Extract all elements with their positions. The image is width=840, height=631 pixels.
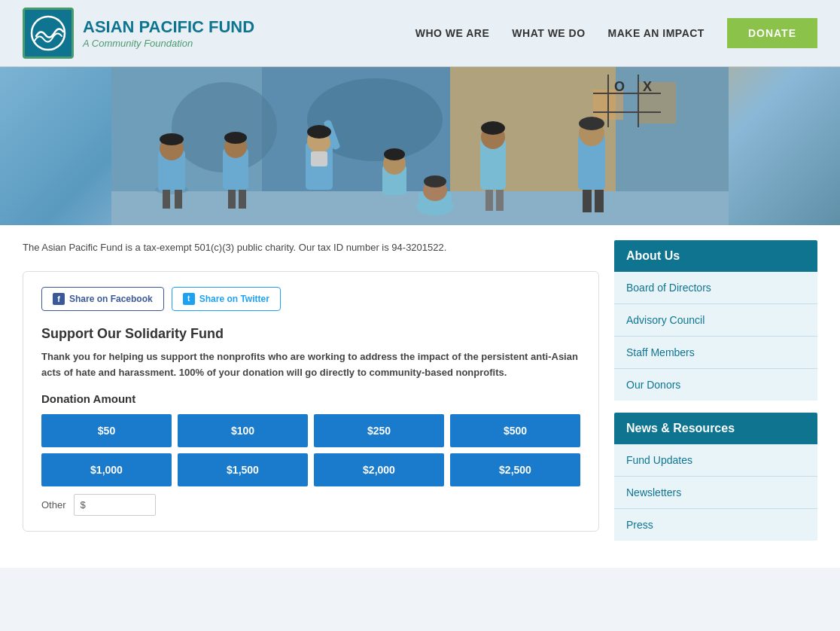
donate-button[interactable]: DONATE	[727, 18, 817, 48]
about-us-section: About Us Board of Directors Advisory Cou…	[614, 240, 817, 401]
nav-area: WHO WE ARE WHAT WE DO MAKE AN IMPACT DON…	[415, 18, 817, 48]
amount-500[interactable]: $500	[450, 414, 580, 447]
amount-grid: $50 $100 $250 $500 $1,000 $1,500 $2,000 …	[41, 414, 580, 486]
amount-1500[interactable]: $1,500	[178, 453, 308, 486]
svg-point-34	[307, 125, 331, 139]
sidebar-our-donors[interactable]: Our Donors	[614, 369, 817, 401]
logo-wave-icon	[29, 14, 68, 53]
sidebar-newsletters[interactable]: Newsletters	[614, 477, 817, 509]
svg-point-29	[224, 132, 247, 144]
amount-2500[interactable]: $2,500	[450, 453, 580, 486]
logo-box	[23, 8, 74, 59]
amount-50[interactable]: $50	[41, 414, 172, 447]
donation-amount-label: Donation Amount	[41, 392, 580, 405]
nav-who-we-are[interactable]: WHO WE ARE	[415, 27, 490, 39]
share-twitter-button[interactable]: t Share on Twitter	[172, 287, 281, 311]
amount-2000[interactable]: $2,000	[314, 453, 444, 486]
main-content: The Asian Pacific Fund is a tax-exempt 5…	[0, 225, 840, 568]
news-resources-header: News & Resources	[614, 413, 817, 444]
share-row: f Share on Facebook t Share on Twitter	[41, 287, 580, 311]
dollar-sign: $	[81, 499, 86, 511]
svg-point-0	[32, 17, 65, 50]
svg-rect-48	[595, 190, 604, 212]
other-amount-input[interactable]	[89, 499, 149, 511]
logo-subtitle: A Community Foundation	[83, 38, 254, 49]
tax-info-text: The Asian Pacific Fund is a tax-exempt 5…	[23, 240, 599, 256]
svg-point-41	[481, 121, 505, 135]
svg-text:O: O	[614, 79, 625, 94]
fund-title: Support Our Solidarity Fund	[41, 326, 580, 342]
amount-100[interactable]: $100	[178, 414, 308, 447]
other-input-wrap: $	[74, 494, 156, 516]
svg-point-38	[384, 148, 405, 160]
about-us-header: About Us	[614, 240, 817, 272]
svg-rect-22	[163, 190, 170, 209]
logo-area: ASIAN PACIFIC FUND A Community Foundatio…	[23, 8, 254, 59]
svg-point-24	[160, 133, 184, 145]
sidebar-fund-updates[interactable]: Fund Updates	[614, 444, 817, 477]
left-column: The Asian Pacific Fund is a tax-exempt 5…	[23, 240, 599, 553]
fund-description: Thank you for helping us support the non…	[41, 349, 580, 381]
sidebar-advisory-council[interactable]: Advisory Council	[614, 304, 817, 337]
sidebar-press[interactable]: Press	[614, 509, 817, 541]
sidebar-board-directors[interactable]: Board of Directors	[614, 272, 817, 304]
svg-rect-23	[175, 190, 182, 209]
facebook-label: Share on Facebook	[69, 294, 153, 304]
svg-rect-35	[311, 151, 327, 166]
hero-inner: O X	[111, 67, 729, 225]
svg-point-46	[579, 117, 604, 130]
svg-rect-42	[485, 190, 493, 211]
hero-image: O X	[0, 67, 840, 225]
right-sidebar: About Us Board of Directors Advisory Cou…	[614, 240, 817, 553]
hero-illustration: O X	[111, 67, 729, 225]
logo-title: ASIAN PACIFIC FUND	[83, 17, 254, 37]
amount-250[interactable]: $250	[314, 414, 444, 447]
svg-point-52	[424, 175, 446, 187]
other-amount-row: Other $	[41, 494, 580, 516]
site-header: ASIAN PACIFIC FUND A Community Foundatio…	[0, 0, 840, 67]
logo-text: ASIAN PACIFIC FUND A Community Foundatio…	[83, 17, 254, 48]
facebook-icon: f	[53, 293, 65, 305]
amount-1000[interactable]: $1,000	[41, 453, 172, 486]
twitter-icon: t	[183, 293, 195, 305]
svg-rect-28	[239, 190, 246, 209]
nav-make-impact[interactable]: MAKE AN IMPACT	[608, 27, 705, 39]
svg-rect-33	[228, 190, 236, 209]
svg-rect-47	[583, 190, 592, 212]
donation-card: f Share on Facebook t Share on Twitter S…	[23, 271, 599, 532]
svg-rect-43	[496, 190, 504, 211]
twitter-label: Share on Twitter	[199, 294, 269, 304]
news-resources-section: News & Resources Fund Updates Newsletter…	[614, 413, 817, 541]
other-label: Other	[41, 499, 66, 511]
sidebar-staff-members[interactable]: Staff Members	[614, 337, 817, 369]
nav-what-we-do[interactable]: WHAT WE DO	[512, 27, 585, 39]
svg-text:X: X	[643, 79, 652, 94]
share-facebook-button[interactable]: f Share on Facebook	[41, 287, 164, 311]
